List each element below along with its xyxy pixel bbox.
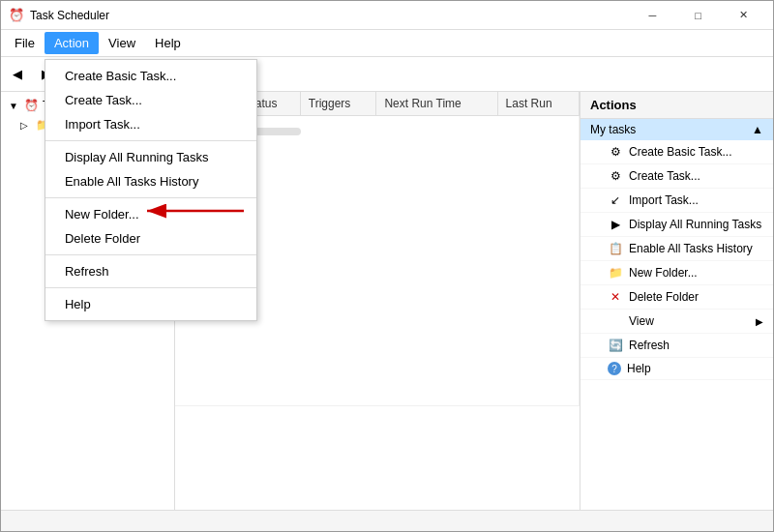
history-icon: 📋	[608, 241, 623, 256]
title-bar: ⏰ Task Scheduler ─ □ ✕	[1, 1, 773, 30]
help-icon: ?	[608, 362, 621, 375]
action-create-task[interactable]: ⚙ Create Task...	[580, 164, 773, 189]
separator-1	[45, 140, 256, 141]
status-bar	[1, 510, 773, 531]
view-icon	[608, 313, 623, 329]
title-bar-controls: ─ □ ✕	[631, 1, 765, 30]
actions-section-my-tasks[interactable]: My tasks ▲	[580, 119, 773, 140]
minimize-button[interactable]: ─	[631, 1, 674, 30]
clock-icon: ⏰	[24, 99, 39, 112]
menu-help[interactable]: Help	[45, 292, 256, 316]
col-next-run[interactable]: Next Run Time	[376, 92, 497, 116]
menu-create-basic-task[interactable]: Create Basic Task...	[45, 64, 256, 88]
menu-new-folder[interactable]: New Folder...	[45, 202, 256, 226]
arrow-annotation	[137, 200, 253, 222]
window-title: Task Scheduler	[30, 9, 631, 22]
action-display-all-running[interactable]: ▶ Display All Running Tasks	[580, 213, 773, 237]
section-collapse-icon: ▲	[752, 123, 763, 136]
import-icon: ↙	[608, 192, 623, 208]
actions-panel-title: Actions	[580, 92, 773, 119]
separator-2	[45, 197, 256, 198]
tree-expand-icon: ▼	[9, 101, 20, 111]
menu-display-all-running[interactable]: Display All Running Tasks	[45, 145, 256, 169]
app-icon: ⏰	[9, 8, 24, 23]
delete-icon: ✕	[608, 289, 623, 305]
close-button[interactable]: ✕	[722, 1, 765, 30]
action-refresh[interactable]: 🔄 Refresh	[580, 334, 773, 358]
refresh-icon: 🔄	[608, 338, 623, 353]
action-delete-folder[interactable]: ✕ Delete Folder	[580, 285, 773, 310]
menu-delete-folder[interactable]: Delete Folder	[45, 226, 256, 251]
menu-create-task[interactable]: Create Task...	[45, 88, 256, 112]
action-help[interactable]: ? Help	[580, 358, 773, 380]
action-new-folder[interactable]: 📁 New Folder...	[580, 261, 773, 285]
tree-expand-icon-2: ▷	[20, 120, 32, 131]
back-button[interactable]: ◀	[5, 63, 30, 85]
menu-enable-all-history[interactable]: Enable All Tasks History	[45, 169, 256, 193]
maximize-button[interactable]: □	[676, 1, 720, 30]
folder-new-icon: 📁	[608, 265, 623, 281]
menu-item-help[interactable]: Help	[145, 32, 191, 54]
action-import-task[interactable]: ↙ Import Task...	[580, 189, 773, 213]
separator-3	[45, 254, 256, 255]
gear-icon-1: ⚙	[608, 144, 623, 160]
view-submenu-arrow: ▶	[756, 316, 763, 327]
menu-import-task[interactable]: Import Task...	[45, 112, 256, 136]
action-create-basic-task[interactable]: ⚙ Create Basic Task...	[580, 140, 773, 164]
menu-refresh[interactable]: Refresh	[45, 259, 256, 283]
col-triggers[interactable]: Triggers	[300, 92, 376, 116]
action-view[interactable]: View ▶	[580, 310, 773, 334]
action-enable-all-history[interactable]: 📋 Enable All Tasks History	[580, 237, 773, 261]
gear-icon-2: ⚙	[608, 168, 623, 184]
running-icon: ▶	[608, 217, 623, 232]
main-window: ⏰ Task Scheduler ─ □ ✕ File Action Creat…	[0, 0, 774, 532]
menu-item-view[interactable]: View	[99, 32, 145, 54]
action-dropdown-menu: Create Basic Task... Create Task... Impo…	[45, 59, 257, 321]
menu-item-action[interactable]: Action Create Basic Task... Create Task.…	[45, 32, 99, 54]
separator-4	[45, 287, 256, 288]
menu-bar: File Action Create Basic Task... Create …	[1, 30, 773, 57]
col-last-run[interactable]: Last Run	[497, 92, 579, 116]
menu-item-file[interactable]: File	[5, 32, 45, 54]
actions-panel: Actions My tasks ▲ ⚙ Create Basic Task..…	[580, 92, 773, 510]
